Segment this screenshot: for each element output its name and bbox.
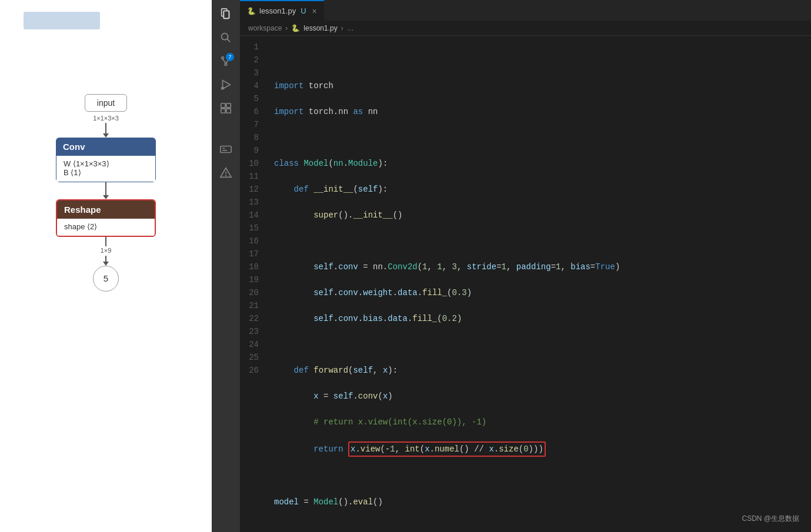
svg-point-3 — [222, 34, 228, 40]
reshape-header: Reshape — [57, 200, 155, 219]
code-line-7: super().__init__() — [274, 209, 811, 222]
code-line-6: def __init__(self): — [274, 183, 811, 196]
arrow2-down — [103, 195, 109, 199]
vscode-area: 7 — [212, 0, 811, 532]
diagram-container: input 1×1×3×3 Conv W ⟨1×1×3×3⟩ B ⟨1⟩ Res… — [56, 94, 156, 292]
arrow1-down — [103, 133, 109, 138]
code-line-15: # return x.view(int(x.size(0)), -1) — [274, 416, 811, 429]
svg-line-8 — [223, 59, 226, 63]
activity-bar: 7 — [212, 0, 240, 532]
code-line-14: x = self.conv(x) — [274, 390, 811, 403]
warning-icon[interactable] — [216, 163, 235, 182]
conv-w: W ⟨1×1×3×3⟩ — [64, 159, 148, 168]
code-line-18: model = Model().eval() — [274, 496, 811, 508]
svg-rect-13 — [226, 103, 231, 108]
breadcrumb-file-icon: 🐍 — [291, 24, 300, 32]
tab-file-icon: 🐍 — [247, 7, 256, 15]
tab-filename: lesson1.py — [259, 6, 296, 15]
svg-rect-15 — [226, 109, 231, 113]
code-line-8 — [274, 235, 811, 247]
svg-rect-1 — [223, 11, 229, 19]
output-node: 5 — [93, 266, 119, 292]
code-editor[interactable]: import torch import torch.nn as nn class… — [265, 36, 811, 532]
arrow2 — [103, 182, 109, 199]
breadcrumb: workspace › 🐍 lesson1.py › … — [240, 21, 811, 36]
output-label: 5 — [104, 273, 108, 283]
highlighted-code: x.view(-1, int(x.numel() // x.size(0))) — [348, 441, 546, 457]
code-line-2: import torch — [274, 79, 811, 92]
conv-header: Conv — [56, 138, 156, 156]
svg-point-5 — [222, 57, 224, 59]
svg-point-20 — [226, 175, 226, 176]
code-line-17 — [274, 470, 811, 483]
input-label: input — [97, 98, 115, 108]
run-debug-icon[interactable] — [216, 75, 235, 94]
code-line-10: self.conv.weight.data.fill_(0.3) — [274, 286, 811, 299]
arrow3-line2 — [105, 256, 106, 262]
source-control-badge: 7 — [226, 53, 234, 61]
watermark-br: CSDN @生息数据 — [738, 513, 803, 525]
arrow2-line — [105, 182, 106, 195]
code-line-11: self.conv.bias.data.fill_(0.2) — [274, 312, 811, 325]
code-line-1 — [274, 53, 811, 66]
breadcrumb-workspace: workspace — [248, 24, 282, 32]
reshape-node: Reshape shape ⟨2⟩ — [56, 199, 156, 237]
diagram-panel: input 1×1×3×3 Conv W ⟨1×1×3×3⟩ B ⟨1⟩ Res… — [0, 0, 212, 532]
files-icon[interactable] — [216, 5, 235, 24]
arrow1-label: 1×1×3×3 — [93, 114, 119, 123]
tab-lesson1py[interactable]: 🐍 lesson1.py U × — [240, 0, 324, 21]
line-numbers: 1 2 3 4 5 6 7 8 9 10 11 12 13 14 15 16 1… — [240, 36, 265, 532]
arrow3-line — [105, 237, 106, 246]
search-icon[interactable] — [216, 28, 235, 47]
code-line-3: import torch.nn as nn — [274, 105, 811, 118]
tab-bar: 🐍 lesson1.py U × — [240, 0, 811, 21]
code-line-12 — [274, 338, 811, 351]
code-line-13: def forward(self, x): — [274, 364, 811, 377]
conv-node: Conv W ⟨1×1×3×3⟩ B ⟨1⟩ — [56, 138, 156, 182]
code-container[interactable]: 1 2 3 4 5 6 7 8 9 10 11 12 13 14 15 16 1… — [240, 36, 811, 532]
svg-rect-14 — [221, 109, 225, 113]
arrow1-line — [105, 123, 106, 133]
editor-area: 🐍 lesson1.py U × workspace › 🐍 lesson1.p… — [240, 0, 811, 532]
tab-close-button[interactable]: × — [312, 6, 317, 16]
remote-icon[interactable] — [216, 140, 235, 159]
extensions-icon[interactable] — [216, 99, 235, 118]
tab-status: U — [301, 6, 306, 15]
svg-rect-16 — [221, 146, 231, 153]
svg-point-7 — [225, 63, 227, 66]
svg-rect-12 — [221, 103, 225, 108]
code-line-9: self.conv = nn.Conv2d(1, 1, 3, stride=1,… — [274, 260, 811, 273]
conv-b: B ⟨1⟩ — [64, 168, 148, 177]
code-line-5: class Model(nn.Module): — [274, 157, 811, 170]
input-node: input — [85, 94, 127, 112]
code-line-16: return x.view(-1, int(x.numel() // x.siz… — [274, 441, 811, 457]
arrow3-down — [103, 262, 109, 266]
code-line-19 — [274, 521, 811, 532]
arrow3-label: 1×9 — [101, 246, 112, 255]
arrow1: 1×1×3×3 — [93, 112, 119, 138]
breadcrumb-filename: lesson1.py — [303, 24, 337, 32]
svg-line-4 — [227, 39, 230, 42]
conv-body: W ⟨1×1×3×3⟩ B ⟨1⟩ — [56, 156, 156, 182]
code-line-4 — [274, 131, 811, 144]
reshape-shape: shape ⟨2⟩ — [64, 222, 148, 231]
source-control-icon[interactable]: 7 — [216, 52, 235, 71]
arrow3: 1×9 — [101, 237, 112, 265]
watermark-box — [24, 12, 100, 29]
reshape-body: shape ⟨2⟩ — [57, 219, 155, 236]
